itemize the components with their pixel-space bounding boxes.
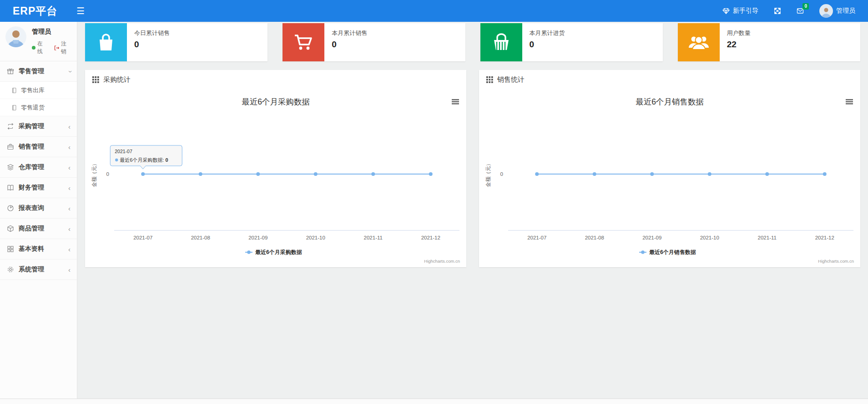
legend-marker[interactable] [247, 250, 251, 254]
chart-credits[interactable]: Highcharts.com.cn [818, 259, 854, 264]
chevron-left-icon: ‹ [68, 123, 71, 130]
pie-chart-icon [7, 204, 14, 212]
x-axis-tick: 2021-07 [527, 235, 546, 240]
data-point[interactable] [765, 172, 769, 176]
stat-card-user-count: 用户数量 22 [678, 23, 860, 61]
sidebar: 管理员 在线 注销 零售管理 ‹ 零售出库 [0, 22, 77, 404]
sidebar-item-warehouse[interactable]: 仓库管理 ‹ [0, 157, 77, 178]
basket-icon [491, 32, 512, 53]
tooltip-category: 2021-07 [115, 149, 132, 154]
fullscreen-button[interactable] [774, 7, 781, 15]
grid-icon [7, 245, 14, 253]
footer-bar [0, 399, 868, 404]
data-point[interactable] [256, 172, 260, 176]
layers-icon [7, 164, 14, 171]
data-point[interactable] [535, 172, 539, 176]
fullscreen-icon [774, 7, 781, 15]
stat-label: 本月累计销售 [332, 29, 367, 37]
gift-icon [7, 68, 14, 75]
shopping-bag-icon [96, 32, 116, 52]
y-axis-tick: 0 [500, 171, 503, 177]
user-menu[interactable]: 管理员 [819, 4, 855, 18]
stat-value: 0 [332, 40, 367, 50]
chart-context-menu-icon[interactable] [452, 99, 459, 100]
sidebar-user-box: 管理员 在线 注销 [0, 22, 77, 61]
logout-icon [54, 45, 60, 51]
sidebar-item-sales[interactable]: 销售管理 ‹ [0, 137, 77, 157]
top-navbar: ERP平台 ☰ 新手引导 0 管理员 [0, 0, 868, 22]
logout-button[interactable]: 注销 [54, 40, 71, 55]
y-axis-label: 金额（元） [91, 161, 97, 187]
chart-context-menu-icon[interactable] [846, 99, 853, 100]
chevron-left-icon: ‹ [68, 164, 71, 171]
panel-title: 销售统计 [497, 75, 525, 84]
data-point[interactable] [593, 172, 596, 176]
data-point[interactable] [429, 172, 433, 176]
legend-label[interactable]: 最近6个月采购数据 [255, 249, 302, 255]
guide-button[interactable]: 新手引导 [722, 7, 758, 15]
data-point[interactable] [371, 172, 375, 176]
legend-marker[interactable] [641, 250, 645, 254]
briefcase-icon [7, 143, 14, 150]
data-point[interactable] [650, 172, 654, 176]
sidebar-item-label: 商品管理 [19, 224, 44, 233]
sidebar-item-finance[interactable]: 财务管理 ‹ [0, 178, 77, 198]
stat-cards-row: 今日累计销售 0 本月累计销售 0 [85, 23, 860, 61]
data-point[interactable] [199, 172, 202, 176]
stat-card-month-sales: 本月累计销售 0 [283, 23, 465, 61]
chevron-left-icon: ‹ [68, 204, 71, 212]
ledger-icon [7, 184, 14, 191]
gear-icon [7, 266, 14, 273]
stat-label: 本月累计进货 [530, 29, 565, 37]
chevron-left-icon: ‹ [68, 245, 71, 253]
avatar [819, 4, 833, 18]
th-grid-icon [92, 76, 99, 83]
sidebar-item-reports[interactable]: 报表查询 ‹ [0, 198, 77, 219]
chart-credits[interactable]: Highcharts.com.cn [424, 259, 460, 264]
sidebar-item-retail-out[interactable]: 零售出库 [0, 82, 77, 99]
x-axis-tick: 2021-11 [364, 235, 383, 240]
mail-badge: 0 [802, 3, 809, 10]
x-axis-tick: 2021-10 [306, 235, 325, 240]
online-status: 在线 [37, 40, 48, 55]
sidebar-toggle-icon[interactable]: ☰ [76, 5, 85, 16]
chevron-left-icon: ‹ [68, 225, 71, 233]
sidebar-item-label: 零售出库 [21, 86, 45, 95]
messages-button[interactable]: 0 [797, 7, 804, 15]
app-logo: ERP平台 [13, 4, 57, 18]
sidebar-item-products[interactable]: 商品管理 ‹ [0, 219, 77, 239]
sidebar-item-retail-return[interactable]: 零售退货 [0, 99, 77, 116]
repeat-icon [7, 123, 14, 130]
data-point[interactable] [314, 172, 318, 176]
sales-stats-panel: 销售统计 最近6个月销售数据金额（元）02021-072021-082021-0… [479, 70, 860, 267]
notebook-icon [11, 105, 17, 111]
chart-context-menu-icon[interactable] [452, 101, 459, 103]
data-point[interactable] [708, 172, 712, 176]
y-axis-tick: 0 [106, 171, 109, 177]
sidebar-item-label: 零售管理 [19, 67, 44, 75]
sidebar-item-basic-data[interactable]: 基本资料 ‹ [0, 239, 77, 259]
chart-title: 最近6个月销售数据 [636, 97, 704, 106]
main-content: 首页 今日累计销售 0 本月累计销售 0 [77, 0, 868, 382]
sidebar-item-label: 财务管理 [19, 184, 44, 192]
chevron-left-icon: ‹ [68, 266, 71, 274]
stat-card-month-purchase: 本月累计进货 0 [480, 23, 663, 61]
sidebar-item-system[interactable]: 系统管理 ‹ [0, 259, 77, 280]
x-axis-tick: 2021-10 [700, 235, 719, 240]
cart-icon [293, 32, 314, 53]
sidebar-item-label: 采购管理 [19, 122, 44, 130]
data-point[interactable] [141, 172, 145, 176]
data-point[interactable] [823, 172, 827, 176]
chart-context-menu-icon[interactable] [452, 103, 459, 105]
stat-value: 0 [134, 40, 170, 50]
stat-card-today-sales: 今日累计销售 0 [85, 23, 267, 61]
charts-row: 采购统计 最近6个月采购数据金额（元）02021-072021-082021-0… [85, 70, 860, 267]
tooltip-value-line: 最近6个月采购数据: 0 [120, 157, 168, 163]
x-axis-tick: 2021-12 [815, 235, 834, 240]
chart-context-menu-icon[interactable] [846, 101, 853, 103]
sidebar-item-purchase[interactable]: 采购管理 ‹ [0, 116, 77, 137]
sidebar-item-label: 仓库管理 [19, 163, 44, 171]
chart-context-menu-icon[interactable] [846, 103, 853, 105]
sidebar-item-retail[interactable]: 零售管理 ‹ [0, 61, 77, 82]
legend-label[interactable]: 最近6个月销售数据 [649, 249, 696, 255]
